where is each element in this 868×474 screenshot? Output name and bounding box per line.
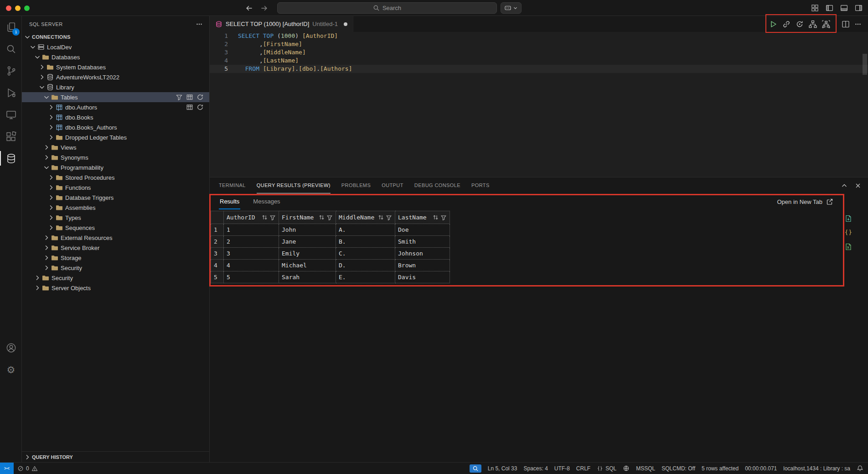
tree-item-sequences[interactable]: Sequences [22, 223, 209, 233]
tree-item-functions[interactable]: Functions [22, 182, 209, 193]
refresh-icon[interactable] [196, 104, 204, 111]
filter-icon[interactable] [386, 214, 392, 221]
sort-icon[interactable] [261, 214, 268, 221]
grid-cell[interactable]: Smith [395, 236, 450, 248]
grid-cell[interactable]: Doe [395, 224, 450, 236]
tree-item-dbo-books[interactable]: dbo.Books [22, 112, 209, 122]
grid-corner-cell[interactable] [211, 211, 224, 224]
column-header-middlename[interactable]: MiddleName [336, 211, 395, 224]
change-connection-button[interactable] [795, 20, 804, 29]
grid-cell[interactable]: Jane [279, 236, 336, 248]
layout-sidebar-left-icon[interactable] [826, 4, 833, 12]
grid-cell[interactable]: 4 [224, 260, 279, 271]
activity-item-accounts[interactable] [0, 337, 22, 359]
sort-icon[interactable] [318, 214, 325, 221]
connect-button[interactable] [782, 20, 791, 29]
panel-tab-output[interactable]: OUTPUT [382, 177, 403, 193]
grid-cell[interactable]: 2 [224, 236, 279, 248]
panel-tab-ports[interactable]: PORTS [471, 177, 490, 193]
save-as-excel-button[interactable] [844, 243, 852, 251]
query-elapsed-time-status[interactable]: 00:00:00.071 [745, 465, 777, 472]
grid-cell[interactable]: 5 [224, 271, 279, 283]
panel-tab-debug-console[interactable]: DEBUG CONSOLE [414, 177, 460, 193]
tree-item-tables[interactable]: Tables [22, 92, 209, 102]
sidebar-more-actions-icon[interactable] [196, 21, 203, 28]
column-header-firstname[interactable]: FirstName [279, 211, 336, 224]
copilot-menu-button[interactable] [501, 2, 522, 14]
panel-tab-terminal[interactable]: TERMINAL [219, 177, 246, 193]
search-command-center[interactable]: Search [277, 2, 497, 14]
results-tab-results[interactable]: Results [219, 194, 240, 209]
filter-icon[interactable] [440, 214, 447, 221]
tree-item-localdev[interactable]: LocalDev [22, 42, 209, 52]
activity-item-sql-server[interactable] [0, 147, 22, 169]
tree-item-stored-procedures[interactable]: Stored Procedures [22, 172, 209, 182]
query-history-section-header[interactable]: QUERY HISTORY [22, 451, 209, 462]
row-number-cell[interactable]: 5 [211, 271, 224, 283]
end-of-line-status[interactable]: CRLF [576, 465, 590, 472]
tree-item-dbo-authors[interactable]: dbo.Authors [22, 102, 209, 112]
grid-cell[interactable]: 1 [224, 224, 279, 236]
tree-item-databases[interactable]: Databases [22, 52, 209, 62]
activity-item-run-and-debug[interactable] [0, 82, 22, 104]
grid-cell[interactable]: 3 [224, 248, 279, 260]
language-mode-status[interactable]: SQL [597, 465, 616, 472]
sqlcmd-mode-status[interactable]: SQLCMD: Off [661, 465, 695, 472]
tree-item-database-triggers[interactable]: Database Triggers [22, 193, 209, 203]
tree-item-service-broker[interactable]: Service Broker [22, 243, 209, 253]
grid-cell[interactable]: John [279, 224, 336, 236]
connection-provider-status[interactable]: MSSQL [636, 465, 655, 472]
grid-cell[interactable]: E. [336, 271, 395, 283]
tree-item-views[interactable]: Views [22, 142, 209, 152]
run-query-button[interactable] [769, 20, 778, 29]
activity-item-source-control[interactable] [0, 60, 22, 82]
problems-status[interactable]: 0 [14, 465, 40, 472]
tree-item-types[interactable]: Types [22, 213, 209, 223]
grid-cell[interactable]: Johnson [395, 248, 450, 260]
save-as-csv-button[interactable] [844, 214, 852, 223]
tree-item-programmability[interactable]: Programmability [22, 162, 209, 172]
cursor-position-status[interactable]: Ln 5, Col 33 [488, 465, 517, 472]
encoding-status[interactable]: UTF-8 [554, 465, 570, 472]
row-number-cell[interactable]: 1 [211, 224, 224, 236]
grid-cell[interactable]: Emily [279, 248, 336, 260]
activity-item-extensions[interactable] [0, 125, 22, 147]
tree-item-security[interactable]: Security [22, 263, 209, 273]
connections-section-header[interactable]: CONNECTIONS [22, 32, 209, 42]
refresh-icon[interactable] [196, 94, 204, 101]
layout-panel-icon[interactable] [840, 4, 848, 12]
actual-plan-button[interactable] [822, 20, 831, 29]
tree-item-storage[interactable]: Storage [22, 253, 209, 263]
results-tab-messages[interactable]: Messages [252, 194, 281, 209]
row-number-cell[interactable]: 2 [211, 236, 224, 248]
remote-indicator[interactable]: >< [0, 463, 14, 474]
modified-indicator-dot[interactable] [344, 22, 347, 26]
column-header-lastname[interactable]: LastName [395, 211, 450, 224]
split-editor-button[interactable] [841, 20, 850, 29]
activity-item-manage[interactable]: ⚙ [0, 359, 22, 380]
panel-tab-query-results-preview[interactable]: QUERY RESULTS (PREVIEW) [257, 177, 331, 193]
panel-tab-problems[interactable]: PROBLEMS [341, 177, 371, 193]
tree-item-external-resources[interactable]: External Resources [22, 233, 209, 243]
row-number-cell[interactable]: 4 [211, 260, 224, 271]
grid-cell[interactable]: C. [336, 248, 395, 260]
code-editor[interactable]: 1SELECT TOP (1000) [AuthorID]2 ,[FirstNa… [210, 32, 868, 177]
save-as-json-button[interactable] [844, 229, 852, 237]
tree-item-system-databases[interactable]: System Databases [22, 62, 209, 72]
close-window-button[interactable] [6, 5, 11, 11]
feedback-status[interactable] [623, 465, 630, 472]
grid-cell[interactable]: Sarah [279, 271, 336, 283]
sort-icon[interactable] [432, 214, 439, 221]
grid-cell[interactable]: D. [336, 260, 395, 271]
indentation-status[interactable]: Spaces: 4 [523, 465, 548, 472]
grid-cell[interactable]: Davis [395, 271, 450, 283]
tree-item-synonyms[interactable]: Synonyms [22, 152, 209, 162]
tree-item-adventureworkslt2022[interactable]: AdventureWorksLT2022 [22, 72, 209, 82]
open-in-new-tab-button[interactable]: Open in New Tab [777, 198, 834, 205]
filter-icon[interactable] [269, 214, 276, 221]
sort-icon[interactable] [377, 214, 384, 221]
row-number-cell[interactable]: 3 [211, 248, 224, 260]
go-back-icon[interactable] [245, 4, 253, 12]
grid-cell[interactable]: Michael [279, 260, 336, 271]
grid-cell[interactable]: A. [336, 224, 395, 236]
